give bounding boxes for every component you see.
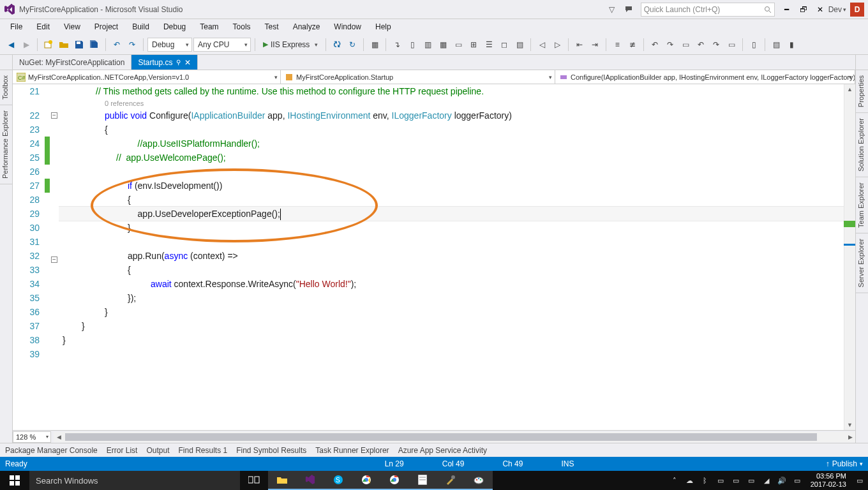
save-all-icon[interactable]: [87, 38, 101, 52]
menu-file[interactable]: File: [4, 20, 29, 33]
minimize-button[interactable]: ━: [779, 3, 795, 17]
nav-class-dropdown[interactable]: MyFirstCoreApplication.Startup: [281, 70, 555, 84]
rail-server-explorer[interactable]: Server Explorer: [856, 234, 868, 293]
close-button[interactable]: ✕: [812, 3, 828, 17]
account-label[interactable]: Dev: [828, 5, 842, 14]
taskbar-clock[interactable]: 03:56 PM 2017-02-13: [807, 472, 850, 489]
scroll-left-icon[interactable]: ◀: [54, 432, 64, 442]
menu-tools[interactable]: Tools: [227, 20, 257, 33]
start-button[interactable]: [0, 471, 29, 490]
code-area[interactable]: 21 22 23 24 25 26 27 28 29 30 31 32 33 3…: [13, 84, 855, 430]
rail-solution-explorer[interactable]: Solution Explorer: [856, 113, 868, 177]
task-view-icon[interactable]: [240, 471, 268, 490]
solution-config-dropdown[interactable]: Debug: [147, 38, 192, 52]
grid-icon[interactable]: ▦: [436, 38, 450, 52]
notifications-filter-icon[interactable]: ▽: [605, 3, 619, 17]
taskbar-app-chrome-1[interactable]: [352, 471, 380, 490]
taskbar-app-paint[interactable]: [465, 471, 493, 490]
horizontal-scrollbar[interactable]: ◀ ▶: [54, 432, 855, 442]
nav-back-icon[interactable]: ◀: [4, 38, 18, 52]
bookmark-prev2-icon[interactable]: ↶: [694, 38, 708, 52]
tray-network-icon[interactable]: ▭: [730, 475, 742, 486]
taskbar-app-chrome-2[interactable]: [380, 471, 408, 490]
taskbar-app-tools[interactable]: [437, 471, 465, 490]
taskbar-app-skype[interactable]: S: [324, 471, 352, 490]
tray-wifi-icon[interactable]: ◢: [761, 475, 772, 486]
scroll-right-icon[interactable]: ▶: [845, 432, 855, 442]
undo-icon[interactable]: ↶: [110, 38, 124, 52]
publish-button[interactable]: Publish: [832, 459, 857, 468]
btab-package-manager-console[interactable]: Package Manager Console: [5, 446, 98, 455]
code-text[interactable]: // This method gets called by the runtim…: [59, 84, 855, 430]
restore-button[interactable]: 🗗: [795, 3, 812, 17]
step-into-icon[interactable]: ↴: [390, 38, 404, 52]
bookmark-clear-icon[interactable]: ▭: [724, 38, 738, 52]
fold-toggle-icon[interactable]: −: [51, 256, 57, 263]
save-icon[interactable]: [72, 38, 86, 52]
tray-action-center-icon[interactable]: ▭: [854, 475, 865, 486]
menu-help[interactable]: Help: [369, 20, 398, 33]
refresh-icon[interactable]: ↻: [345, 38, 359, 52]
feedback-icon[interactable]: [622, 3, 636, 17]
tab-startup-cs[interactable]: Startup.cs ⚲ ✕: [131, 55, 198, 70]
view-icon[interactable]: ◻: [497, 38, 511, 52]
rail-performance-explorer[interactable]: Performance Explorer: [0, 105, 12, 184]
menu-project[interactable]: Project: [88, 20, 124, 33]
nav-project-dropdown[interactable]: C# MyFirstCoreApplication..NETCoreApp,Ve…: [13, 70, 281, 84]
menu-window[interactable]: Window: [327, 20, 368, 33]
solution-platform-dropdown[interactable]: Any CPU: [193, 38, 251, 52]
browser-link-icon[interactable]: 🗘: [330, 38, 344, 52]
taskbar-app-vs[interactable]: [296, 471, 324, 490]
fold-toggle-icon[interactable]: −: [51, 112, 57, 119]
rail-team-explorer[interactable]: Team Explorer: [856, 177, 868, 234]
btab-output[interactable]: Output: [146, 446, 169, 455]
vertical-scrollbar[interactable]: ▲ ▼: [844, 84, 855, 430]
nav-member-dropdown[interactable]: Configure(IApplicationBuilder app, IHost…: [555, 70, 855, 84]
bookmark-next2-icon[interactable]: ↷: [709, 38, 723, 52]
chart-icon[interactable]: ▤: [769, 38, 783, 52]
memory-icon[interactable]: ▤: [513, 38, 527, 52]
indent-icon[interactable]: ⇥: [588, 38, 602, 52]
menu-test[interactable]: Test: [258, 20, 285, 33]
quick-launch-input[interactable]: Quick Launch (Ctrl+Q): [641, 3, 775, 17]
bookmark-icon[interactable]: ▭: [678, 38, 692, 52]
tray-lang-icon[interactable]: ▭: [791, 475, 803, 486]
menu-edit[interactable]: Edit: [30, 20, 56, 33]
list-icon[interactable]: ☰: [482, 38, 496, 52]
tray-battery-icon[interactable]: ▭: [745, 475, 757, 486]
tray-defender-icon[interactable]: ▭: [715, 475, 726, 486]
btab-find-results-1[interactable]: Find Results 1: [178, 446, 227, 455]
outdent-icon[interactable]: ⇤: [572, 38, 587, 52]
tray-chevron-icon[interactable]: ˄: [669, 475, 680, 486]
step-block-icon[interactable]: ▦: [368, 38, 382, 52]
windows-icon[interactable]: ⊞: [467, 38, 481, 52]
btab-error-list[interactable]: Error List: [107, 446, 138, 455]
uncomment-icon[interactable]: ≢: [625, 38, 640, 52]
scroll-down-icon[interactable]: ▼: [844, 420, 855, 430]
menu-team[interactable]: Team: [193, 20, 225, 33]
start-debug-button[interactable]: ▶ IIS Express: [259, 38, 322, 52]
db-icon[interactable]: ▮: [784, 38, 798, 52]
codelens[interactable]: 0 references: [59, 98, 855, 108]
layout-icon[interactable]: ▥: [421, 38, 435, 52]
new-project-icon[interactable]: [41, 38, 56, 52]
doc-icon[interactable]: ▯: [747, 38, 761, 52]
taskbar-search-input[interactable]: Search Windows: [29, 471, 240, 490]
btab-azure-app-service-activity[interactable]: Azure App Service Activity: [398, 446, 487, 455]
menu-analyze[interactable]: Analyze: [287, 20, 327, 33]
redo-icon[interactable]: ↷: [125, 38, 139, 52]
open-file-icon[interactable]: [57, 38, 71, 52]
indent-left-icon[interactable]: ◁: [535, 38, 549, 52]
phone-icon[interactable]: ▯: [405, 38, 419, 52]
menu-build[interactable]: Build: [126, 20, 156, 33]
indent-right-icon[interactable]: ▷: [550, 38, 564, 52]
nav-forward-icon[interactable]: ▶: [19, 38, 33, 52]
account-badge[interactable]: D: [850, 3, 864, 17]
pin-icon[interactable]: ⚲: [176, 59, 181, 66]
bookmark-prev-icon[interactable]: ↶: [648, 38, 662, 52]
menu-debug[interactable]: Debug: [157, 20, 192, 33]
taskbar-app-notepad[interactable]: [408, 471, 437, 490]
close-tab-icon[interactable]: ✕: [184, 58, 191, 67]
btab-task-runner-explorer[interactable]: Task Runner Explorer: [315, 446, 389, 455]
tray-volume-icon[interactable]: 🔊: [776, 475, 788, 486]
